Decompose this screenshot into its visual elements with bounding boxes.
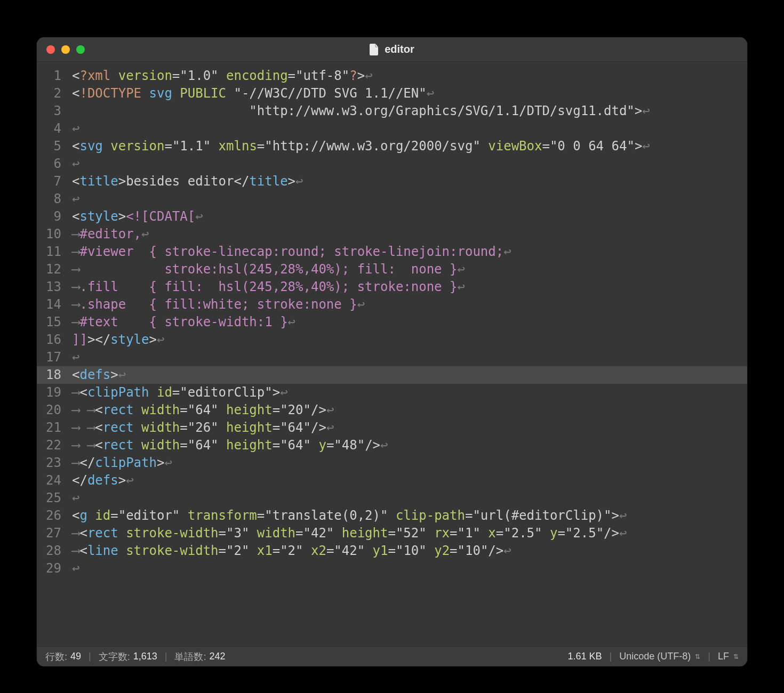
code-line[interactable]: <style><![CDATA[↩ — [69, 208, 747, 225]
code-line[interactable]: ⟶#editor,↩ — [69, 225, 747, 243]
code-line[interactable]: <title>besides editor</title>↩ — [69, 173, 747, 190]
line-number: 8 — [37, 190, 69, 208]
chevron-updown-icon: ⇅ — [733, 653, 739, 660]
window-title: editor — [385, 43, 414, 55]
chevron-updown-icon: ⇅ — [695, 653, 700, 660]
line-number: 19 — [37, 384, 69, 401]
line-number: 9 — [37, 208, 69, 225]
line-gutter: 1234567891011121314151617181920212223242… — [37, 62, 69, 646]
code-line[interactable]: <defs>↩ — [69, 366, 747, 384]
line-number: 7 — [37, 173, 69, 190]
code-line[interactable]: ⟶ stroke:hsl(245,28%,40%); fill: none }↩ — [69, 261, 747, 278]
titlebar[interactable]: editor — [37, 37, 747, 62]
status-filesize: 1.61 KB — [568, 651, 602, 662]
editor-window: editor 123456789101112131415161718192021… — [37, 37, 747, 666]
line-number: 1 — [37, 67, 69, 85]
line-number: 3 — [37, 102, 69, 120]
line-number: 26 — [37, 507, 69, 525]
code-line[interactable]: ↩ — [69, 489, 747, 507]
code-line[interactable]: ⟶ ⟶<rect width="64" height="20"/>↩ — [69, 401, 747, 419]
line-number: 4 — [37, 120, 69, 138]
code-line[interactable]: "http://www.w3.org/Graphics/SVG/1.1/DTD/… — [69, 102, 747, 120]
code-line[interactable]: ⟶ ⟶<rect width="64" height="64" y="48"/>… — [69, 437, 747, 454]
code-line[interactable]: ↩ — [69, 120, 747, 138]
line-number: 23 — [37, 454, 69, 472]
line-number: 22 — [37, 437, 69, 454]
code-line[interactable]: ⟶.fill { fill: hsl(245,28%,40%); stroke:… — [69, 278, 747, 296]
zoom-icon[interactable] — [76, 45, 85, 54]
code-line[interactable]: <!DOCTYPE svg PUBLIC "-//W3C//DTD SVG 1.… — [69, 85, 747, 102]
code-line[interactable]: ⟶</clipPath>↩ — [69, 454, 747, 472]
code-line[interactable]: <?xml version="1.0" encoding="utf-8"?>↩ — [69, 67, 747, 85]
code-line[interactable]: </defs>↩ — [69, 472, 747, 489]
line-number: 14 — [37, 296, 69, 313]
status-lines: 行数: 49 — [45, 650, 81, 663]
line-number: 17 — [37, 349, 69, 366]
line-number: 2 — [37, 85, 69, 102]
code-line[interactable]: ↩ — [69, 560, 747, 577]
code-line[interactable]: ↩ — [69, 155, 747, 173]
line-number: 29 — [37, 560, 69, 577]
code-editor[interactable]: 1234567891011121314151617181920212223242… — [37, 62, 747, 646]
code-line[interactable]: ⟶ ⟶<rect width="26" height="64"/>↩ — [69, 419, 747, 437]
code-line[interactable]: ⟶#text { stroke-width:1 }↩ — [69, 313, 747, 331]
line-number: 21 — [37, 419, 69, 437]
line-number: 10 — [37, 225, 69, 243]
code-line[interactable]: <svg version="1.1" xmlns="http://www.w3.… — [69, 138, 747, 155]
code-line[interactable]: ⟶<clipPath id="editorClip">↩ — [69, 384, 747, 401]
line-number: 15 — [37, 313, 69, 331]
code-line[interactable]: <g id="editor" transform="translate(0,2)… — [69, 507, 747, 525]
line-number: 11 — [37, 243, 69, 261]
status-bar: 行数: 49 | 文字数: 1,613 | 単語数: 242 1.61 KB |… — [37, 646, 747, 666]
code-line[interactable]: ⟶#viewer { stroke-linecap:round; stroke-… — [69, 243, 747, 261]
line-number: 28 — [37, 542, 69, 560]
line-number: 13 — [37, 278, 69, 296]
code-line[interactable]: ⟶<rect stroke-width="3" width="42" heigh… — [69, 525, 747, 542]
line-number: 12 — [37, 261, 69, 278]
lineending-dropdown[interactable]: LF ⇅ — [718, 651, 739, 662]
traffic-lights — [46, 45, 85, 54]
line-number: 27 — [37, 525, 69, 542]
line-number: 6 — [37, 155, 69, 173]
document-icon — [370, 44, 379, 55]
code-area[interactable]: <?xml version="1.0" encoding="utf-8"?>↩<… — [69, 62, 747, 646]
line-number: 18 — [37, 366, 69, 384]
code-line[interactable]: ]]></style>↩ — [69, 331, 747, 349]
line-number: 25 — [37, 489, 69, 507]
line-number: 16 — [37, 331, 69, 349]
code-line[interactable]: ⟶.shape { fill:white; stroke:none }↩ — [69, 296, 747, 313]
line-number: 24 — [37, 472, 69, 489]
status-chars: 文字数: 1,613 — [99, 650, 157, 663]
line-number: 5 — [37, 138, 69, 155]
close-icon[interactable] — [46, 45, 55, 54]
encoding-dropdown[interactable]: Unicode (UTF-8) ⇅ — [619, 651, 700, 662]
code-line[interactable]: ⟶<line stroke-width="2" x1="2" x2="42" y… — [69, 542, 747, 560]
status-words: 単語数: 242 — [174, 650, 225, 663]
code-line[interactable]: ↩ — [69, 190, 747, 208]
code-line[interactable]: ↩ — [69, 349, 747, 366]
line-number: 20 — [37, 401, 69, 419]
minimize-icon[interactable] — [61, 45, 70, 54]
